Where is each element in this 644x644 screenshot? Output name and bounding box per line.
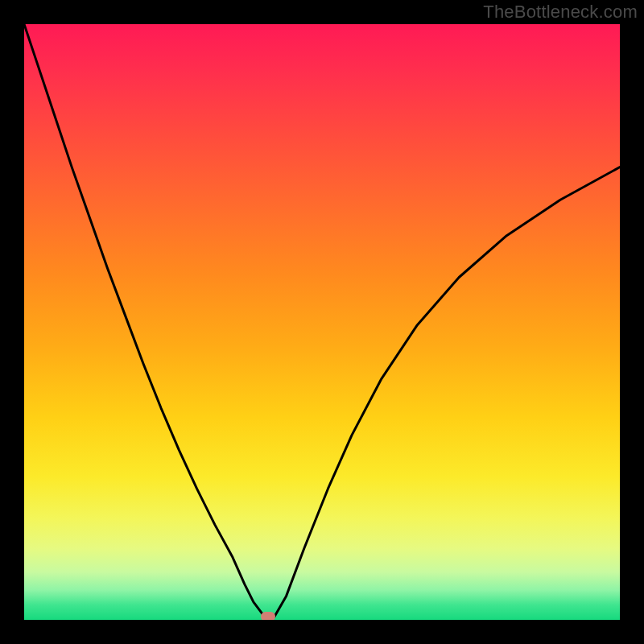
plot-area [24, 24, 620, 620]
watermark-text: TheBottleneck.com [483, 2, 638, 23]
bottleneck-curve [24, 24, 620, 620]
chart-frame: TheBottleneck.com [0, 0, 644, 644]
optimal-point-marker [261, 612, 275, 620]
